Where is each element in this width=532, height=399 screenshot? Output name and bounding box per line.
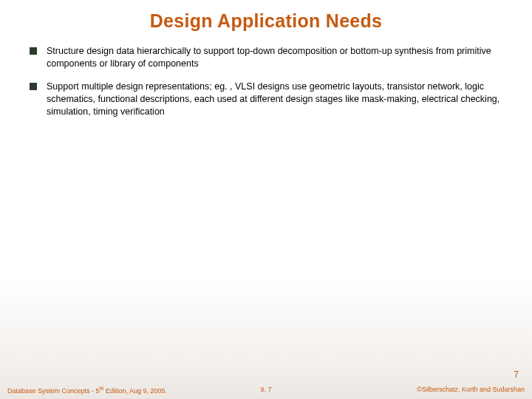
footer: Database System Concepts - 5th Edition, … <box>0 386 532 395</box>
bullet-marker-icon <box>30 83 37 90</box>
slide: Design Application Needs Structure desig… <box>0 0 532 399</box>
slide-body: Structure design data hierarchically to … <box>0 32 532 117</box>
footer-right: ©Silberschatz, Korth and Sudarshan <box>352 386 525 395</box>
footer-left-prefix: Database System Concepts - 5 <box>7 387 100 395</box>
bullet-item: Support multiple design representations;… <box>30 81 502 118</box>
footer-center: 9. 7 <box>180 386 352 395</box>
bullet-marker-icon <box>30 47 37 55</box>
footer-left-suffix: Edition, Aug 9, 2005. <box>103 387 167 395</box>
bullet-item: Structure design data hierarchically to … <box>30 45 502 70</box>
bullet-text: Structure design data hierarchically to … <box>47 45 502 70</box>
bullet-text: Support multiple design representations;… <box>47 81 502 118</box>
page-number: 7 <box>514 369 519 380</box>
footer-left: Database System Concepts - 5th Edition, … <box>7 386 180 395</box>
slide-title: Design Application Needs <box>0 0 532 32</box>
